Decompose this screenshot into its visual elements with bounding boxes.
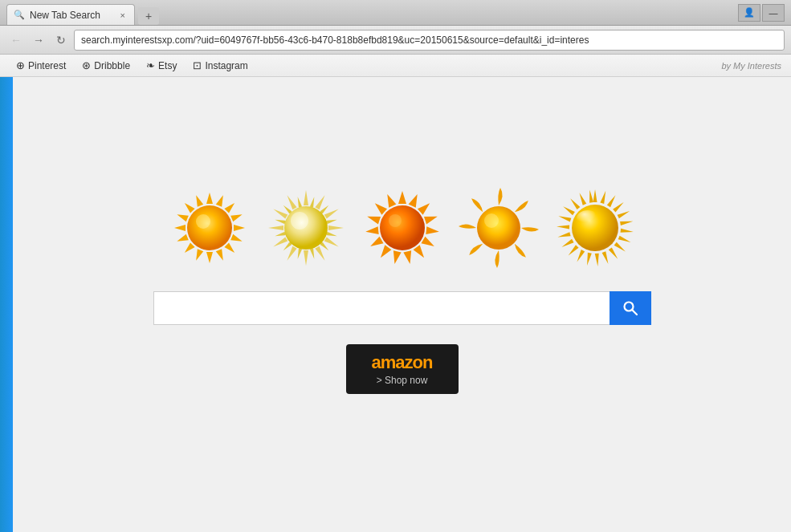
svg-marker-51 [403, 250, 414, 265]
bookmarks-suffix: by My Interests [721, 61, 781, 71]
svg-marker-14 [182, 201, 195, 213]
search-container [153, 291, 651, 325]
dribbble-icon: ⊛ [82, 59, 91, 71]
address-bar[interactable] [74, 30, 785, 51]
tab-bar: 🔍 New Tab Search × + [6, 0, 732, 25]
bookmarks-bar: ⊕ Pinterest ⊛ Dribbble ❧ Etsy ⊡ Instagra… [0, 55, 791, 77]
amazon-banner[interactable]: amazon > Shop now [346, 344, 459, 394]
bookmark-etsy[interactable]: ❧ Etsy [140, 58, 183, 73]
svg-marker-1 [215, 193, 226, 206]
svg-marker-13 [175, 211, 188, 221]
bookmark-dribbble[interactable]: ⊛ Dribbble [75, 58, 137, 73]
instagram-icon: ⊡ [193, 59, 202, 71]
toolbar: ← → ↻ [0, 26, 791, 55]
svg-marker-29 [284, 193, 296, 209]
svg-marker-2 [224, 201, 237, 213]
search-button[interactable] [610, 291, 651, 325]
svg-line-89 [632, 310, 637, 315]
svg-marker-64 [600, 190, 607, 204]
sun-icons-row [165, 184, 639, 272]
svg-marker-27 [268, 225, 283, 230]
svg-marker-19 [315, 193, 327, 209]
forward-button[interactable]: → [29, 30, 48, 50]
content-area: amazon > Shop now [0, 77, 791, 532]
minimize-button[interactable]: — [762, 4, 785, 22]
user-icon-button[interactable]: 👤 [738, 4, 760, 22]
svg-marker-12 [174, 225, 186, 231]
svg-point-60 [389, 214, 402, 227]
svg-marker-22 [324, 237, 339, 249]
svg-point-16 [187, 205, 232, 250]
svg-marker-10 [182, 242, 195, 255]
left-accent-bar [0, 77, 13, 532]
svg-marker-76 [575, 250, 585, 262]
svg-marker-80 [556, 224, 569, 229]
svg-marker-85 [587, 189, 593, 203]
svg-marker-54 [368, 236, 383, 250]
back-button[interactable]: ← [6, 30, 26, 50]
sun-3 [358, 184, 446, 272]
search-input[interactable] [153, 291, 610, 325]
svg-point-86 [572, 205, 618, 251]
svg-marker-46 [417, 200, 432, 214]
svg-marker-81 [557, 213, 571, 221]
svg-marker-55 [365, 226, 378, 236]
svg-marker-79 [557, 232, 570, 239]
svg-marker-53 [377, 245, 390, 260]
svg-marker-3 [230, 211, 243, 221]
svg-marker-52 [390, 250, 401, 265]
svg-marker-25 [284, 246, 296, 261]
svg-marker-50 [413, 245, 426, 260]
bookmark-instagram-label: Instagram [205, 60, 247, 71]
svg-marker-48 [426, 226, 439, 236]
back-icon: ← [10, 34, 22, 47]
bookmark-etsy-label: Etsy [158, 60, 177, 71]
pinterest-icon: ⊕ [16, 59, 25, 71]
svg-marker-74 [594, 253, 599, 266]
user-icon: 👤 [744, 7, 755, 18]
sun-1 [165, 184, 254, 272]
svg-point-17 [196, 214, 210, 229]
svg-marker-49 [421, 236, 436, 250]
window-controls: 👤 — [738, 4, 785, 22]
new-tab-button[interactable]: + [138, 7, 159, 25]
svg-point-59 [380, 205, 425, 250]
svg-marker-65 [606, 193, 617, 206]
amazon-logo-text: amazon [365, 352, 439, 373]
svg-marker-8 [206, 252, 213, 263]
bookmark-instagram[interactable]: ⊡ Instagram [186, 58, 254, 73]
svg-marker-73 [601, 251, 610, 265]
sun-4 [455, 184, 543, 272]
svg-marker-6 [224, 242, 237, 255]
refresh-button[interactable]: ↻ [51, 30, 71, 50]
svg-marker-7 [215, 249, 226, 262]
svg-marker-66 [613, 201, 625, 212]
svg-marker-0 [206, 193, 213, 204]
sun-2 [262, 184, 350, 272]
svg-point-87 [577, 210, 599, 226]
forward-icon: → [33, 34, 44, 47]
svg-marker-71 [614, 242, 626, 253]
svg-marker-18 [304, 190, 308, 205]
svg-marker-5 [230, 234, 243, 244]
svg-marker-26 [271, 237, 287, 249]
svg-marker-77 [566, 245, 578, 257]
tab-title: New Tab Search [30, 10, 100, 21]
bookmark-pinterest[interactable]: ⊕ Pinterest [10, 58, 72, 73]
svg-marker-67 [617, 209, 630, 218]
page-content: amazon > Shop now [13, 77, 791, 532]
svg-marker-28 [271, 206, 287, 218]
search-icon [622, 300, 638, 316]
svg-marker-23 [315, 246, 327, 261]
tab-close-button[interactable]: × [118, 10, 128, 21]
amazon-shop-label: > Shop now [365, 375, 439, 386]
svg-marker-4 [234, 225, 245, 231]
tab-search-icon: 🔍 [14, 10, 25, 20]
svg-marker-58 [383, 192, 396, 207]
svg-point-62 [484, 213, 499, 228]
browser-frame: 🔍 New Tab Search × + 👤 — ← → ↻ ⊕ Pin [0, 0, 791, 532]
active-tab[interactable]: 🔍 New Tab Search × [6, 4, 135, 25]
svg-marker-9 [193, 249, 203, 262]
svg-marker-82 [561, 205, 574, 215]
svg-marker-45 [408, 192, 421, 207]
